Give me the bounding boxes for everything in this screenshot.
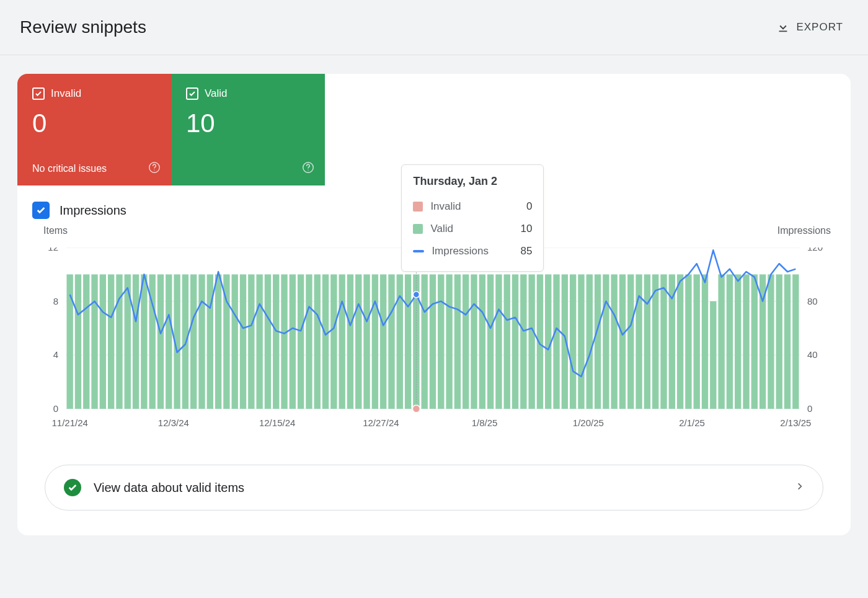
svg-point-106 [413, 292, 419, 298]
svg-rect-27 [157, 274, 164, 409]
help-icon[interactable] [301, 161, 315, 177]
svg-text:4: 4 [53, 349, 58, 360]
svg-rect-76 [562, 274, 568, 409]
svg-text:12/27/24: 12/27/24 [363, 417, 399, 428]
swatch-impressions [413, 250, 424, 252]
svg-rect-83 [619, 274, 626, 409]
view-data-button[interactable]: View data about valid items [45, 465, 823, 511]
svg-rect-64 [463, 274, 469, 409]
svg-text:80: 80 [807, 296, 818, 306]
tooltip-impressions-value: 85 [520, 245, 532, 257]
svg-text:8: 8 [53, 296, 58, 306]
tooltip-valid-value: 10 [520, 223, 532, 235]
svg-rect-85 [636, 274, 642, 409]
svg-rect-63 [454, 274, 461, 409]
svg-rect-49 [339, 274, 345, 409]
svg-rect-46 [314, 274, 321, 409]
tooltip-valid-label: Valid [430, 223, 453, 235]
svg-rect-99 [751, 274, 758, 409]
svg-rect-67 [487, 274, 494, 409]
main-card: Invalid 0 No critical issues Valid 10 [17, 74, 851, 535]
svg-text:0: 0 [53, 403, 58, 414]
status-card-valid[interactable]: Valid 10 [171, 74, 325, 185]
svg-point-107 [412, 405, 420, 413]
svg-rect-61 [438, 274, 444, 409]
tooltip-invalid-label: Invalid [430, 200, 461, 213]
svg-rect-77 [570, 274, 576, 409]
svg-rect-54 [380, 274, 386, 409]
tooltip-row-invalid: Invalid 0 [413, 195, 532, 218]
svg-rect-31 [190, 274, 197, 409]
svg-rect-25 [141, 274, 147, 409]
svg-rect-95 [718, 274, 724, 409]
page-header: Review snippets EXPORT [0, 0, 868, 55]
chart-plot[interactable]: 048120408012011/21/2412/3/2412/15/2412/2… [35, 248, 835, 434]
svg-rect-101 [768, 274, 774, 409]
svg-rect-94 [710, 301, 716, 409]
svg-text:12/15/24: 12/15/24 [259, 417, 295, 428]
svg-rect-103 [784, 274, 790, 409]
svg-rect-50 [347, 274, 353, 409]
svg-rect-82 [611, 274, 617, 409]
svg-rect-51 [355, 274, 361, 409]
svg-rect-19 [91, 274, 97, 409]
svg-rect-69 [504, 274, 510, 409]
swatch-invalid [413, 202, 423, 212]
svg-rect-36 [232, 274, 238, 409]
svg-rect-90 [677, 274, 683, 409]
svg-rect-96 [727, 274, 733, 409]
svg-text:2/1/25: 2/1/25 [679, 417, 705, 428]
svg-rect-78 [578, 274, 584, 409]
svg-point-1 [154, 169, 154, 170]
svg-rect-71 [520, 274, 526, 409]
svg-text:40: 40 [807, 349, 818, 360]
svg-rect-56 [397, 274, 403, 409]
svg-rect-24 [133, 274, 139, 409]
checkbox-valid-icon [186, 87, 198, 100]
page-title: Review snippets [20, 17, 146, 37]
svg-rect-41 [273, 274, 279, 409]
svg-rect-53 [372, 274, 378, 409]
tooltip-impressions-label: Impressions [432, 245, 489, 257]
export-label: EXPORT [796, 21, 843, 33]
svg-rect-32 [198, 274, 205, 409]
header-divider [0, 55, 868, 55]
impressions-label: Impressions [60, 203, 126, 218]
svg-rect-57 [405, 274, 411, 409]
svg-text:0: 0 [807, 403, 812, 414]
svg-rect-30 [182, 274, 188, 409]
svg-rect-48 [330, 274, 337, 409]
svg-rect-97 [735, 274, 741, 409]
svg-rect-84 [627, 274, 634, 409]
svg-rect-91 [685, 274, 691, 409]
svg-rect-34 [215, 274, 221, 409]
status-invalid-label: Invalid [51, 87, 81, 100]
svg-rect-39 [256, 274, 262, 409]
export-button[interactable]: EXPORT [776, 20, 843, 34]
axis-title-right: Impressions [777, 225, 831, 236]
svg-rect-86 [644, 274, 650, 409]
tooltip-title: Thursday, Jan 2 [413, 175, 532, 188]
svg-rect-52 [363, 274, 370, 409]
svg-rect-68 [495, 274, 502, 409]
svg-rect-62 [446, 274, 452, 409]
svg-rect-21 [108, 274, 114, 409]
status-card-invalid[interactable]: Invalid 0 No critical issues [17, 74, 171, 185]
svg-rect-43 [290, 274, 296, 409]
svg-text:1/8/25: 1/8/25 [472, 417, 498, 428]
svg-rect-60 [430, 274, 436, 409]
svg-rect-42 [281, 274, 287, 409]
svg-rect-47 [322, 274, 329, 409]
svg-rect-37 [240, 274, 246, 409]
svg-rect-73 [537, 274, 543, 409]
tooltip-row-valid: Valid 10 [413, 218, 532, 240]
svg-rect-79 [587, 274, 593, 409]
svg-rect-40 [265, 274, 271, 409]
svg-rect-17 [75, 274, 81, 409]
svg-text:1/20/25: 1/20/25 [573, 417, 604, 428]
download-icon [776, 20, 790, 34]
chevron-right-icon [795, 482, 804, 493]
svg-rect-92 [694, 274, 700, 409]
help-icon[interactable] [148, 161, 161, 177]
tooltip-invalid-value: 0 [526, 200, 532, 213]
